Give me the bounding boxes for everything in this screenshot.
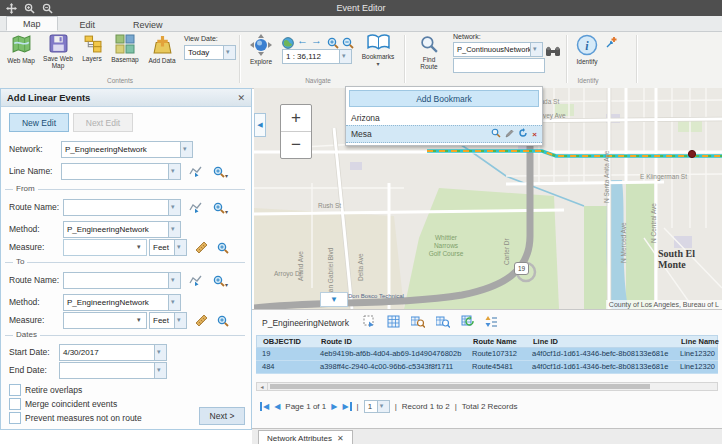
- combo-caret-icon[interactable]: [136, 313, 146, 328]
- to-route-name-select[interactable]: [63, 272, 181, 289]
- next-edit-button[interactable]: Next Edit: [73, 113, 133, 132]
- select-line-on-map-icon[interactable]: [189, 164, 202, 182]
- select-route-on-map-icon[interactable]: [189, 273, 202, 291]
- network-select[interactable]: P_EngineeringNetwork: [61, 141, 193, 158]
- bookmark-refresh-icon[interactable]: [518, 128, 528, 140]
- pan-to-selected-icon[interactable]: [436, 314, 450, 332]
- back-arrow-icon[interactable]: ←: [297, 34, 308, 46]
- explore-button[interactable]: Explore: [246, 34, 276, 65]
- save-web-map-button[interactable]: Save Web Map: [41, 34, 75, 69]
- prev-page-icon[interactable]: ◀: [274, 402, 280, 411]
- zoom-out-button[interactable]: −: [281, 132, 311, 158]
- collapse-panel-button[interactable]: ◀: [254, 113, 266, 137]
- scrollbar-thumb[interactable]: [270, 384, 650, 389]
- scale-select[interactable]: 1 : 36,112: [282, 49, 352, 64]
- dropdown-caret-icon[interactable]: [168, 222, 180, 237]
- select-records-icon[interactable]: [363, 314, 376, 332]
- next-button[interactable]: Next >: [199, 407, 245, 425]
- measure-zoom-icon[interactable]: [217, 240, 229, 258]
- bookmark-zoom-icon[interactable]: [491, 128, 501, 140]
- dropdown-caret-icon[interactable]: [339, 50, 351, 63]
- attribute-table-icon[interactable]: [387, 314, 400, 332]
- from-route-name-select[interactable]: [63, 199, 181, 216]
- new-edit-button[interactable]: New Edit: [9, 113, 69, 132]
- ruler-icon[interactable]: [195, 313, 208, 331]
- zoom-options-icon[interactable]: ▾: [213, 200, 228, 218]
- tab-map[interactable]: Map: [6, 16, 58, 31]
- refresh-table-icon[interactable]: [461, 314, 474, 332]
- dropdown-caret-icon[interactable]: [530, 43, 542, 56]
- start-date-select[interactable]: 4/30/2017: [59, 344, 167, 361]
- tab-review[interactable]: Review: [117, 18, 179, 31]
- dropdown-caret-icon[interactable]: [174, 240, 186, 255]
- find-route-button[interactable]: Find Route: [411, 35, 447, 70]
- add-data-button[interactable]: Add Data: [144, 34, 180, 64]
- close-tab-icon[interactable]: ✕: [337, 434, 344, 443]
- dropdown-caret-icon[interactable]: [154, 345, 166, 360]
- forward-arrow-icon[interactable]: →: [311, 34, 322, 46]
- to-unit-select[interactable]: Feet: [149, 312, 187, 329]
- scroll-left-icon[interactable]: ◂: [257, 383, 268, 390]
- zoom-to-selected-icon[interactable]: [411, 314, 425, 332]
- tab-network-attributes[interactable]: Network Attributes ✕: [258, 430, 353, 444]
- bookmark-item-selected[interactable]: Mesa ×: [346, 125, 542, 143]
- route-search-input[interactable]: [453, 58, 545, 73]
- page-number-select[interactable]: 1: [364, 400, 390, 413]
- column-header[interactable]: Route Name: [473, 337, 517, 346]
- collapse-table-button[interactable]: ▼: [320, 292, 348, 307]
- dropdown-caret-icon[interactable]: [180, 142, 192, 157]
- from-method-select[interactable]: P_EngineeringNetwork: [63, 221, 181, 238]
- select-route-on-map-icon[interactable]: [189, 200, 202, 218]
- zoom-options-icon[interactable]: ▾: [213, 164, 228, 182]
- dropdown-caret-icon[interactable]: [174, 313, 186, 328]
- dropdown-caret-icon[interactable]: [154, 363, 166, 378]
- dropdown-caret-icon[interactable]: [168, 295, 180, 310]
- dropdown-caret-icon[interactable]: [377, 401, 389, 412]
- identify-tool-icon[interactable]: [605, 35, 618, 53]
- add-bookmark-button[interactable]: Add Bookmark: [349, 90, 539, 107]
- layers-button[interactable]: Layers: [78, 34, 106, 62]
- retire-overlaps-checkbox[interactable]: [9, 384, 21, 396]
- column-header[interactable]: Line Name: [681, 337, 719, 346]
- end-date-select[interactable]: [59, 362, 167, 379]
- from-measure-input[interactable]: [63, 239, 147, 256]
- measure-zoom-icon[interactable]: [217, 313, 229, 331]
- table-row[interactable]: 484 a398ff4c-2940-4c00-96b6-c5343f8f1711…: [256, 361, 718, 374]
- network-ribbon-select[interactable]: P_ContinuousNetwork: [453, 42, 543, 57]
- table-row[interactable]: 19 4eb9419b-af6b-4d04-ab69-1d490476802b …: [256, 348, 718, 361]
- zoom-in-button[interactable]: +: [281, 105, 311, 132]
- to-measure-input[interactable]: [63, 312, 147, 329]
- combo-caret-icon[interactable]: [136, 240, 146, 255]
- column-header[interactable]: Line ID: [533, 337, 558, 346]
- line-name-select[interactable]: [61, 163, 181, 180]
- merge-coincident-checkbox[interactable]: [9, 398, 21, 410]
- bookmarks-button[interactable]: Bookmarks ▾: [356, 34, 400, 67]
- sort-records-icon[interactable]: [485, 314, 498, 332]
- horizontal-scrollbar[interactable]: ◂: [256, 382, 718, 391]
- identify-button[interactable]: i Identify: [572, 34, 602, 65]
- column-header[interactable]: OBJECTID: [263, 337, 301, 346]
- from-unit-select[interactable]: Feet: [149, 239, 187, 256]
- zoom-options-icon[interactable]: ▾: [213, 273, 228, 291]
- ruler-icon[interactable]: [195, 240, 208, 258]
- column-header[interactable]: Route ID: [321, 337, 352, 346]
- first-page-icon[interactable]: ◀: [260, 402, 269, 411]
- dropdown-caret-icon[interactable]: [223, 46, 235, 59]
- bookmark-delete-icon[interactable]: ×: [532, 130, 537, 139]
- view-date-select[interactable]: Today: [184, 45, 236, 60]
- panel-close-icon[interactable]: ✕: [237, 93, 245, 103]
- dropdown-caret-icon[interactable]: [168, 200, 180, 215]
- next-page-icon[interactable]: ▶: [331, 402, 337, 411]
- dropdown-caret-icon[interactable]: [168, 273, 180, 288]
- binoculars-icon[interactable]: [546, 43, 560, 61]
- web-map-label: Web Map: [7, 57, 35, 64]
- bookmark-edit-icon[interactable]: [505, 129, 514, 140]
- to-method-select[interactable]: P_EngineeringNetwork: [63, 294, 181, 311]
- prevent-measures-checkbox[interactable]: [9, 412, 21, 424]
- web-map-button[interactable]: Web Map: [4, 34, 38, 64]
- tab-edit[interactable]: Edit: [64, 18, 112, 31]
- dropdown-caret-icon[interactable]: [168, 164, 180, 179]
- bookmark-item[interactable]: Arizona: [346, 110, 542, 125]
- last-page-icon[interactable]: ▶: [342, 402, 351, 411]
- basemap-button[interactable]: Basemap: [108, 34, 142, 63]
